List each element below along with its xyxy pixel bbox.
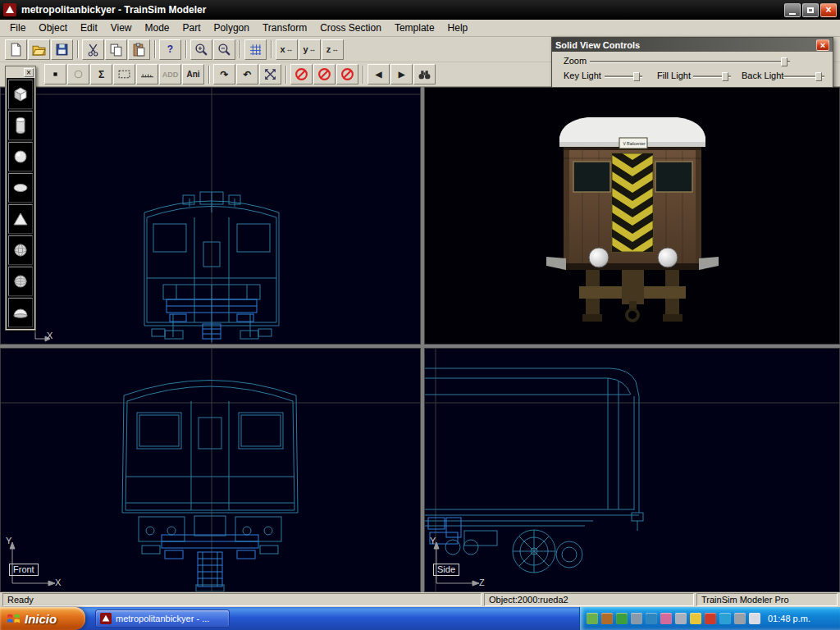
x-axis-button[interactable]: x↔ xyxy=(276,39,298,60)
menu-view[interactable]: View xyxy=(104,21,139,35)
play-button[interactable]: ▶ xyxy=(390,64,413,84)
zoom-out-icon xyxy=(217,43,231,57)
tray-icon[interactable] xyxy=(616,613,628,624)
help-icon: ? xyxy=(167,43,173,55)
select-button[interactable] xyxy=(113,64,135,84)
menu-polygon[interactable]: Polygon xyxy=(208,21,256,35)
svc-close-button[interactable]: × xyxy=(816,39,829,51)
point-mode-button[interactable] xyxy=(44,64,66,84)
paste-button[interactable] xyxy=(128,39,150,60)
help-button[interactable]: ? xyxy=(159,39,181,60)
tray-icon[interactable] xyxy=(705,613,716,624)
animation-button[interactable]: Ani xyxy=(182,64,204,84)
z-axis-label: z xyxy=(326,44,331,54)
axis-x-label: X xyxy=(55,578,61,587)
render-view-train xyxy=(425,88,840,345)
zoom-slider-thumb[interactable] xyxy=(781,57,788,66)
new-button[interactable] xyxy=(5,39,27,60)
z-axis-arrow-icon: ↔ xyxy=(331,45,339,53)
measure-button[interactable] xyxy=(136,64,158,84)
primitive-cone-button[interactable] xyxy=(8,204,33,234)
rotate-cw-button[interactable]: ↷ xyxy=(213,64,235,84)
tray-icon[interactable] xyxy=(660,613,672,624)
toolbar-separator xyxy=(271,40,272,58)
tray-icon[interactable] xyxy=(719,613,731,624)
viewport-bottom-right[interactable]: Y Side Z xyxy=(424,348,840,592)
sum-button[interactable]: Σ xyxy=(90,64,112,84)
lock-z-button[interactable] xyxy=(336,64,358,84)
cut-button[interactable] xyxy=(82,39,104,60)
copy-button[interactable] xyxy=(105,39,127,60)
selection-icon xyxy=(117,67,131,81)
new-icon xyxy=(9,43,23,57)
primitive-dome-button[interactable] xyxy=(8,298,33,327)
z-axis-button[interactable]: z↔ xyxy=(322,39,344,60)
binoculars-icon xyxy=(418,67,431,81)
lock-x-button[interactable] xyxy=(290,64,313,84)
open-icon xyxy=(32,43,46,57)
palette-close-button[interactable]: × xyxy=(24,68,34,77)
primitive-cylinder-button[interactable] xyxy=(8,111,33,140)
viewport-top-right[interactable]: V Railcenter xyxy=(424,87,840,345)
primitive-cube-button[interactable] xyxy=(8,80,33,109)
menu-object[interactable]: Object xyxy=(32,21,74,35)
taskbar-app-button[interactable]: metropolitanbickyer - ... xyxy=(95,609,230,628)
side-view-label: Side xyxy=(433,564,459,576)
back-light-thumb[interactable] xyxy=(815,72,822,81)
save-button[interactable] xyxy=(51,39,73,60)
palette-header: × xyxy=(7,67,34,78)
minimize-button[interactable] xyxy=(784,3,801,17)
maximize-button[interactable] xyxy=(802,3,819,17)
tray-icon[interactable] xyxy=(601,613,613,624)
key-light-slider[interactable] xyxy=(605,75,642,78)
menu-cross-section[interactable]: Cross Section xyxy=(313,21,388,35)
status-message: Ready xyxy=(2,593,482,606)
tray-icon[interactable] xyxy=(734,613,746,624)
prev-frame-button[interactable]: ◀ xyxy=(368,64,390,84)
tray-icon[interactable] xyxy=(646,613,657,624)
fill-light-slider[interactable] xyxy=(693,75,731,78)
menu-template[interactable]: Template xyxy=(388,21,441,35)
toolbar-separator xyxy=(77,40,79,58)
tray-icon[interactable] xyxy=(631,613,642,624)
app-window: metropolitanbickyer - TrainSim Modeler ×… xyxy=(0,0,840,630)
tray-icon[interactable] xyxy=(749,613,760,624)
fill-light-thumb[interactable] xyxy=(722,72,728,81)
primitive-ellipsoid-button[interactable] xyxy=(8,173,33,203)
gridsphere-icon xyxy=(11,271,30,292)
lock-y-button[interactable] xyxy=(313,64,336,84)
primitive-geosphere-button[interactable] xyxy=(8,235,33,265)
circle-mode-button[interactable] xyxy=(67,64,89,84)
rotate-cw-icon: ↷ xyxy=(220,69,228,80)
zoom-out-button[interactable] xyxy=(213,39,235,60)
key-light-thumb[interactable] xyxy=(633,72,640,81)
find-button[interactable] xyxy=(413,64,436,84)
tray-icon[interactable] xyxy=(675,613,687,624)
back-light-slider[interactable] xyxy=(783,75,824,78)
primitive-sphere-button[interactable] xyxy=(8,142,33,171)
close-button[interactable]: × xyxy=(820,3,837,17)
title-bar[interactable]: metropolitanbickyer - TrainSim Modeler × xyxy=(0,0,840,20)
menu-help[interactable]: Help xyxy=(441,21,475,35)
tray-icon[interactable] xyxy=(690,613,701,624)
viewport-top-left[interactable]: X xyxy=(0,87,421,345)
add-button[interactable]: ADD xyxy=(159,64,181,84)
menu-transform[interactable]: Transform xyxy=(256,21,313,35)
menu-mode[interactable]: Mode xyxy=(139,21,176,35)
grid-button[interactable] xyxy=(244,39,267,60)
viewport-bottom-left[interactable]: Y Front X xyxy=(0,348,421,592)
open-button[interactable] xyxy=(28,39,50,60)
primitive-gridsphere-button[interactable] xyxy=(8,267,33,296)
menu-part[interactable]: Part xyxy=(176,21,208,35)
menu-file[interactable]: File xyxy=(3,21,32,35)
menu-edit[interactable]: Edit xyxy=(74,21,104,35)
free-transform-button[interactable] xyxy=(259,64,281,84)
tray-icon[interactable] xyxy=(587,613,598,624)
svc-title-bar[interactable]: Solid View Controls × xyxy=(552,38,833,52)
y-axis-button[interactable]: y↔ xyxy=(299,39,321,60)
rotate-ccw-button[interactable]: ↶ xyxy=(236,64,258,84)
zoom-in-button[interactable] xyxy=(190,39,212,60)
start-button[interactable]: Inicio xyxy=(0,607,85,630)
minimize-icon xyxy=(789,13,796,15)
zoom-slider[interactable] xyxy=(590,61,790,63)
